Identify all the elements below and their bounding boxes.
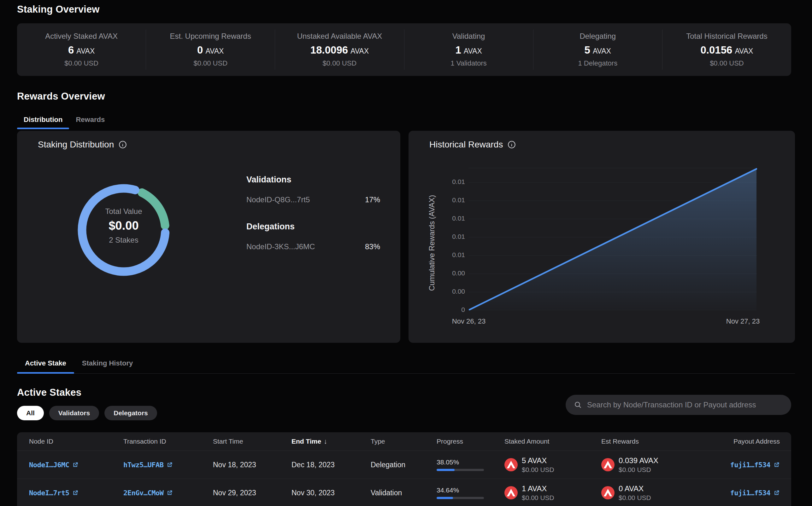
active-tab-underline (17, 128, 69, 129)
stat-sub-value: $0.00 USD (64, 59, 98, 67)
payout-address-text: fuji1…f534 (730, 461, 770, 469)
table-header-row: Node IDTransaction IDStart TimeEnd Time↓… (17, 432, 791, 451)
search-input[interactable] (587, 400, 788, 410)
stat-sub-value: $0.00 USD (193, 59, 227, 67)
column-header-start-time[interactable]: Start Time (213, 438, 291, 445)
payout-address-link[interactable]: fuji1…f534 (730, 461, 780, 469)
tab-label: Rewards (76, 116, 105, 123)
stat-value: 6AVAX (68, 45, 95, 55)
payout-address-link[interactable]: fuji1…f534 (730, 489, 780, 497)
stat-card-actively-staked-avax: Actively Staked AVAX6AVAX$0.00 USD (17, 29, 146, 70)
stat-label: Validating (452, 32, 485, 40)
column-header-staked-amount[interactable]: Staked Amount (504, 438, 601, 445)
progress-cell: 38.05% (436, 458, 504, 471)
distribution-legend: ValidationsNodeID-Q8G...7rt517%Delegatio… (246, 175, 380, 269)
node-id-link[interactable]: NodeI…J6MC (29, 461, 78, 469)
stake-type-cell: Delegation (371, 460, 436, 469)
node-id-text: NodeI…J6MC (29, 461, 69, 469)
external-link-icon (72, 461, 78, 468)
donut-stakes-count: 2 Stakes (76, 236, 171, 245)
column-header-transaction-id[interactable]: Transaction ID (123, 438, 213, 445)
est-rewards-amount: 0 AVAX (619, 485, 651, 493)
legend-group-heading: Validations (246, 175, 380, 185)
stat-sub-value: $0.00 USD (710, 59, 744, 67)
filter-pill-delegators[interactable]: Delegators (105, 406, 157, 420)
historical-rewards-card: Historical Rewards Cumulative Rewards (A… (409, 131, 795, 343)
stat-card-validating: Validating1AVAX1 Validators (404, 29, 533, 70)
sort-descending-icon: ↓ (324, 437, 327, 445)
transaction-id-text: 2EnGv…CMoW (123, 489, 163, 497)
column-header-node-id[interactable]: Node ID (29, 438, 123, 445)
table-row: NodeI…J6MChTwz5…UFABNov 18, 2023Dec 18, … (17, 451, 791, 479)
column-header-payout-address[interactable]: Payout Address (734, 438, 780, 445)
stat-value: 5AVAX (585, 45, 611, 55)
search-icon (574, 401, 582, 409)
transaction-id-link[interactable]: hTwz5…UFAB (123, 461, 173, 469)
staked-amount: 5 AVAX (522, 457, 554, 465)
stat-label: Est. Upcoming Rewards (170, 32, 251, 40)
avax-token-icon (601, 458, 614, 471)
progress-cell: 34.64% (436, 487, 504, 499)
stake-filters: AllValidatorsDelegators (17, 406, 157, 420)
staking-distribution-title: Staking Distribution (38, 140, 114, 150)
external-link-icon (166, 490, 173, 496)
legend-percentage: 83% (365, 242, 380, 251)
active-stakes-table: Node IDTransaction IDStart TimeEnd Time↓… (17, 432, 791, 506)
stat-label: Unstaked Available AVAX (297, 32, 382, 40)
table-body: NodeI…J6MChTwz5…UFABNov 18, 2023Dec 18, … (17, 451, 791, 506)
historical-rewards-title: Historical Rewards (429, 140, 503, 150)
est-rewards-usd: $0.00 USD (619, 466, 658, 473)
staking-overview-title: Staking Overview (17, 4, 100, 15)
external-link-icon (166, 461, 173, 468)
table-row: NodeI…7rt52EnGv…CMoWNov 29, 2023Nov 30, … (17, 479, 791, 506)
legend-node-id: NodeID-3KS...J6MC (246, 242, 315, 251)
column-header-type[interactable]: Type (371, 438, 436, 445)
column-header-progress[interactable]: Progress (436, 438, 504, 445)
column-header-est-rewards[interactable]: Est Rewards (601, 438, 696, 445)
legend-group-delegations: DelegationsNodeID-3KS...J6MC83% (246, 222, 380, 251)
column-header-end-time[interactable]: End Time↓ (291, 437, 371, 445)
progress-percentage: 38.05% (436, 458, 504, 466)
stat-value: 18.0096AVAX (311, 45, 369, 55)
y-tick-label: 0.01 (414, 196, 465, 204)
legend-node-id: NodeID-Q8G...7rt5 (246, 195, 310, 204)
node-id-text: NodeI…7rt5 (29, 489, 69, 497)
legend-row: NodeID-Q8G...7rt517% (246, 195, 380, 204)
tab-distribution[interactable]: Distribution (17, 116, 69, 129)
donut-center-label: Total Value $0.00 2 Stakes (76, 207, 171, 245)
transaction-id-link[interactable]: 2EnGv…CMoW (123, 489, 173, 497)
legend-row: NodeID-3KS...J6MC83% (246, 242, 380, 251)
est-rewards-cell: 0 AVAX$0.00 USD (601, 485, 696, 501)
y-tick-label: 0.01 (414, 233, 465, 240)
est-rewards-amount: 0.039 AVAX (619, 457, 658, 465)
end-time-cell: Dec 18, 2023 (291, 460, 371, 469)
stat-sub-value: 1 Validators (451, 59, 487, 67)
info-icon[interactable] (507, 140, 516, 149)
external-link-icon (773, 461, 780, 468)
stat-label: Actively Staked AVAX (45, 32, 118, 40)
tab-staking-history[interactable]: Staking History (74, 359, 141, 373)
staking-distribution-card: Staking Distribution Total Value $0.00 2… (17, 131, 400, 343)
stats-bar: Actively Staked AVAX6AVAX$0.00 USDEst. U… (17, 23, 791, 76)
filter-pill-validators[interactable]: Validators (49, 406, 99, 420)
stat-sub-value: 1 Delegators (578, 59, 617, 67)
payout-address-text: fuji1…f534 (730, 489, 770, 497)
tab-rewards[interactable]: Rewards (69, 116, 111, 129)
y-tick-label: 0 (414, 306, 465, 314)
node-id-link[interactable]: NodeI…7rt5 (29, 489, 78, 497)
info-icon[interactable] (118, 140, 127, 149)
avax-token-icon (601, 486, 614, 499)
tab-label: Distribution (24, 116, 62, 123)
historical-rewards-line-chart[interactable] (469, 168, 757, 310)
progress-bar (436, 469, 484, 471)
filter-pill-all[interactable]: All (17, 406, 44, 420)
donut-total-value: $0.00 (76, 219, 171, 233)
stake-tabs: Active StakeStaking History (17, 359, 795, 374)
legend-percentage: 17% (365, 195, 380, 204)
x-tick-label: Nov 27, 23 (726, 317, 760, 326)
tab-active-stake[interactable]: Active Stake (17, 359, 74, 373)
search-bar (566, 395, 791, 415)
legend-group-validations: ValidationsNodeID-Q8G...7rt517% (246, 175, 380, 204)
avax-token-icon (504, 458, 518, 471)
est-rewards-cell: 0.039 AVAX$0.00 USD (601, 457, 696, 473)
